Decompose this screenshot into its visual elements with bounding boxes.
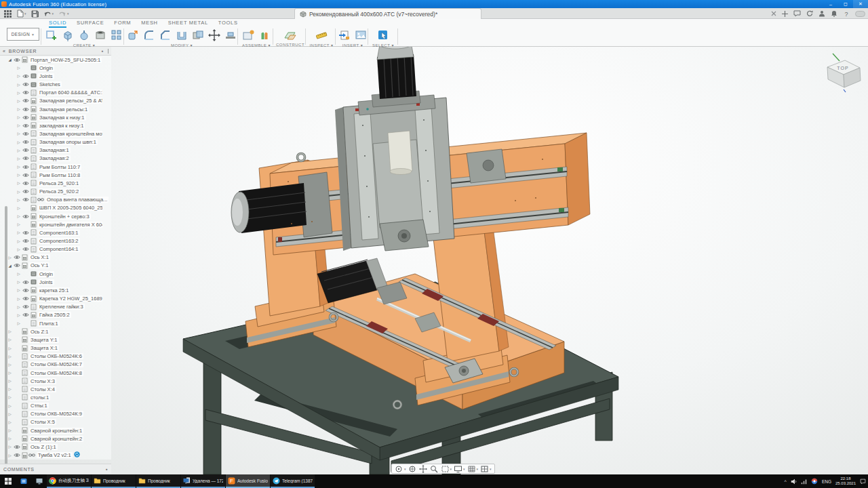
new-tab-icon[interactable]	[782, 11, 788, 17]
collapse-panel-icon[interactable]: «	[3, 49, 6, 54]
taskbar-app-remote-desktop[interactable]: Удалена — 172.17...	[181, 474, 225, 488]
expand-node-icon[interactable]: ▷	[16, 206, 22, 210]
browser-item-label[interactable]: Закладная к низу:1	[38, 115, 86, 121]
ribbon-tab-surface[interactable]: SURFACE	[77, 20, 104, 28]
visibility-eye-icon[interactable]	[13, 445, 21, 449]
ribbon-tab-tools[interactable]: TOOLS	[218, 20, 238, 28]
browser-item[interactable]: ▷столы:1	[0, 393, 111, 401]
expand-node-icon[interactable]: ▷	[16, 148, 22, 152]
expand-node-icon[interactable]: ▷	[7, 371, 13, 375]
visibility-eye-icon[interactable]	[22, 107, 30, 112]
help-icon[interactable]: ?	[843, 10, 850, 17]
browser-item-label[interactable]: кронштейн двигателя X 6040...	[38, 222, 102, 228]
expand-node-icon[interactable]: ▷	[16, 165, 22, 169]
browser-item-label[interactable]: Тумба V2 v2:1	[37, 452, 73, 458]
new-component-icon[interactable]	[241, 28, 255, 42]
expand-node-icon[interactable]: ▷	[16, 247, 22, 251]
browser-item-label[interactable]: Joints	[38, 73, 54, 79]
browser-item[interactable]: ▷Закладная к низу:1	[0, 113, 111, 121]
browser-item-label[interactable]: Столы X:3	[29, 378, 56, 384]
browser-item[interactable]: ▷Гайка 2505:2	[0, 311, 111, 319]
action-center-icon[interactable]	[860, 479, 866, 485]
app-grid-icon[interactable]	[4, 10, 12, 18]
collapse-node-icon[interactable]: ◢	[7, 264, 13, 268]
revolve-icon[interactable]	[77, 28, 91, 42]
visibility-eye-icon[interactable]	[22, 140, 30, 144]
browser-item[interactable]: ▷Столы X:3	[0, 377, 111, 385]
browser-item-label[interactable]: Каретка Y2 HGW_25_1689 (1...	[38, 296, 102, 302]
orbit-icon[interactable]: ▾	[395, 465, 406, 473]
visibility-eye-icon[interactable]	[22, 296, 30, 301]
browser-item-label[interactable]: Кронштейн + серво:3	[38, 214, 91, 220]
browser-item[interactable]: ▷Sketches	[0, 80, 111, 88]
browser-item[interactable]: ▷Закладная рельсы_25 & ATC:1	[0, 97, 111, 105]
browser-item-label[interactable]: Защита Y:1	[29, 337, 59, 343]
browser-item[interactable]: ▷Закладная рельсы:1	[0, 105, 111, 113]
visibility-eye-icon[interactable]	[22, 189, 30, 194]
taskbar-clock[interactable]: 22:18 25.03.2021	[835, 476, 856, 486]
browser-item[interactable]: ▷Joints	[0, 72, 111, 80]
fit-icon[interactable]: ▾	[441, 465, 452, 473]
browser-item[interactable]: ▷Столы ОКБ-М0524К:7	[0, 361, 111, 369]
volume-icon[interactable]	[791, 479, 797, 485]
visibility-eye-icon[interactable]	[13, 453, 21, 458]
browser-item-label[interactable]: Портал_HOW-25_SFU-2505:1	[29, 57, 102, 63]
expand-node-icon[interactable]: ▷	[16, 107, 22, 111]
browser-item-label[interactable]: Плита:1	[38, 321, 60, 327]
gantry-gearbox[interactable]	[467, 149, 506, 183]
expand-node-icon[interactable]: ▷	[16, 313, 22, 317]
browser-item-label[interactable]: Ось Z:1	[29, 329, 50, 335]
comments-bar[interactable]: COMMENTS ●	[0, 464, 111, 474]
browser-item-label[interactable]: Joints	[38, 279, 54, 285]
browser-item[interactable]: ▷Стпы:1	[0, 402, 111, 410]
pan-icon[interactable]	[419, 465, 428, 473]
visibility-eye-icon[interactable]	[22, 304, 30, 309]
create-sketch-icon[interactable]	[45, 28, 58, 42]
comments-options-icon[interactable]: ●	[105, 467, 108, 471]
visibility-eye-icon[interactable]	[22, 173, 30, 178]
expand-node-icon[interactable]: ▷	[7, 453, 13, 458]
visibility-eye-icon[interactable]	[13, 255, 21, 260]
browser-item-label[interactable]: Столы X:4	[29, 386, 56, 392]
expand-node-icon[interactable]: ▷	[16, 123, 22, 127]
combine-icon[interactable]	[191, 28, 205, 42]
hidden-icons-chevron[interactable]: ^	[785, 479, 787, 484]
browser-item-label[interactable]: Origin	[38, 65, 54, 71]
visibility-eye-icon[interactable]	[22, 181, 30, 186]
ribbon-tab-mesh[interactable]: MESH	[141, 20, 157, 28]
expand-node-icon[interactable]: ▷	[16, 66, 22, 70]
expand-node-icon[interactable]: ▷	[16, 305, 22, 309]
model-viewport[interactable]: « BROWSER ● ◢Портал_HOW-25_SFU-2505:1▷Or…	[0, 47, 868, 474]
browser-item-label[interactable]: Закладная кронштейна мото...	[38, 131, 102, 137]
network-icon[interactable]	[801, 479, 807, 485]
measure-icon[interactable]	[315, 28, 328, 42]
zoom-icon[interactable]	[430, 465, 439, 473]
browser-item-label[interactable]: Рым Болты 110:7	[38, 164, 81, 170]
browser-item-label[interactable]: Столы ОКБ-М0524К:7	[29, 361, 83, 367]
browser-item-label[interactable]: Сварной кронштейн:1	[29, 428, 83, 434]
browser-item[interactable]: ▷Сварной кронштейн:1	[0, 426, 111, 434]
browser-item[interactable]: ▷Столы ОКБ-М0524К:8	[0, 369, 111, 377]
feedback-icon[interactable]	[793, 10, 801, 17]
expand-node-icon[interactable]: ▷	[16, 91, 22, 95]
expand-node-icon[interactable]: ▷	[7, 363, 13, 367]
browser-item[interactable]: ▷Крепление гайки:3	[0, 303, 111, 311]
maximize-button[interactable]: ◻	[838, 0, 853, 8]
ribbon-tab-form[interactable]: FORM	[114, 20, 131, 28]
browser-item[interactable]: ▷Портал 6040 &&&&&_ATC:1	[0, 89, 111, 97]
visibility-eye-icon[interactable]	[13, 58, 21, 62]
browser-item-label[interactable]: Портал 6040 &&&&&_ATC:1	[38, 89, 102, 96]
browser-item[interactable]: ▷закладная к низу:1	[0, 121, 111, 129]
expand-node-icon[interactable]: ▷	[16, 222, 22, 226]
browser-item[interactable]: ▷Защита X:1	[0, 344, 111, 352]
browser-item-label[interactable]: Закладная рельсы:1	[38, 106, 89, 113]
browser-item[interactable]: ▷Рым Болты 110:7	[0, 163, 111, 171]
browser-header[interactable]: « BROWSER ●	[0, 47, 111, 56]
extrude-icon[interactable]	[61, 28, 75, 42]
visibility-eye-icon[interactable]	[22, 98, 30, 103]
grid-and-snaps-icon[interactable]: ▾	[467, 465, 479, 473]
expand-node-icon[interactable]: ▷	[7, 395, 13, 399]
browser-item-label[interactable]: Крепление гайки:3	[38, 304, 85, 310]
browser-item[interactable]: ▷Защита Y:1	[0, 336, 111, 344]
browser-item-label[interactable]: Рым Болты 110:8	[38, 172, 81, 178]
